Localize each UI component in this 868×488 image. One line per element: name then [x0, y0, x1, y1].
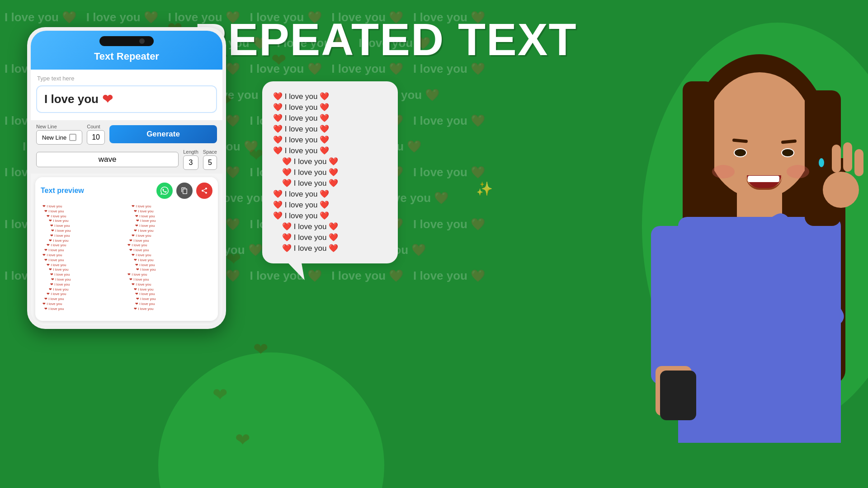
bubble-line-11: ❤️ I love you ❤️ — [273, 200, 387, 210]
wave-text-line: ❤ I love you — [42, 267, 126, 272]
wave-input[interactable]: wave — [36, 152, 179, 167]
action-icons — [156, 183, 212, 199]
newline-control: New Line New Line — [36, 124, 82, 145]
length-input[interactable]: 3 — [183, 155, 198, 170]
bubble-line-10: ❤️ I love you ❤️ — [273, 189, 387, 199]
phone-header: Text Repeater — [31, 31, 222, 70]
wave-text-line: ❤ I love you — [42, 224, 126, 229]
count-control: Count 10 — [87, 124, 105, 145]
bubble-line-7: ❤️ I love you ❤️ — [273, 157, 387, 166]
page-title: Repeated Text — [194, 14, 868, 66]
text-input-display[interactable]: I love you ❤ — [36, 85, 217, 113]
wave-text-line: ❤ I love you — [127, 219, 211, 224]
whatsapp-button[interactable] — [156, 183, 173, 199]
generate-button[interactable]: Generate — [109, 125, 217, 143]
input-label: Type text here — [36, 73, 217, 84]
wave-text-line: ❤ I love you — [42, 219, 126, 224]
wave-text-line: ❤ I love you — [42, 277, 126, 282]
wave-text-line: ❤ I love you — [127, 287, 211, 292]
newline-checkbox[interactable] — [69, 134, 76, 141]
wave-text-line: ❤ I love you — [42, 229, 126, 234]
bubble-line-12: ❤️ I love you ❤️ — [273, 211, 387, 221]
bubble-line-5: ❤️ I love you ❤️ — [273, 135, 387, 145]
wave-text-line: ❤ I love you — [127, 253, 211, 258]
wave-text-line: ❤ I love you — [127, 267, 211, 272]
wave-text-line: ❤ I love you — [42, 258, 126, 263]
wave-text-line: ❤ I love you — [42, 263, 126, 268]
wave-text-line: ❤ I love you — [42, 243, 126, 248]
input-area: Type text here I love you ❤ — [31, 70, 222, 120]
app-title: Text Repeater — [40, 51, 213, 62]
wave-text-pattern: ❤ I love you ❤ I love you ❤ I love you ❤… — [41, 202, 212, 315]
controls-panel: New Line New Line Count 10 Generate wave — [31, 120, 222, 174]
wave-text-line: ❤ I love you — [42, 239, 126, 244]
wave-text-line: ❤ I love you — [42, 209, 126, 214]
wave-text-line: ❤ I love you — [42, 307, 126, 312]
bubble-line-6: ❤️ I love you ❤️ — [273, 146, 387, 155]
newline-label: New Line — [36, 124, 82, 129]
bubble-line-9: ❤️ I love you ❤️ — [273, 178, 387, 188]
wave-text-line: ❤ I love you — [127, 243, 211, 248]
wave-text-line: ❤ I love you — [42, 292, 126, 297]
woman-image — [561, 45, 868, 488]
wave-text-line: ❤ I love you — [42, 234, 126, 239]
wave-text-line: ❤ I love you — [127, 239, 211, 244]
wave-text-line: ❤ I love you — [127, 272, 211, 277]
sparkle-icon: ✨ — [476, 181, 493, 197]
wave-text-line: ❤ I love you — [42, 297, 126, 302]
input-text: I love you — [44, 92, 99, 106]
wave-text-line: ❤ I love you — [127, 292, 211, 297]
wave-text-line: ❤ I love you — [127, 297, 211, 302]
bubble-line-1: ❤️ I love you ❤️ — [273, 92, 387, 101]
wave-text-line: ❤ I love you — [42, 248, 126, 253]
page-title-section: Repeated Text — [194, 14, 868, 66]
text-preview-section: Text preview — [35, 177, 218, 321]
controls-row-1: New Line New Line Count 10 Generate — [36, 124, 217, 145]
length-control: Length 3 — [183, 149, 198, 170]
wave-text-line: ❤ I love you — [42, 253, 126, 258]
wave-text-line: ❤ I love you — [42, 287, 126, 292]
wave-text-line: ❤ I love you — [127, 277, 211, 282]
bubble-line-3: ❤️ I love you ❤️ — [273, 113, 387, 123]
bubble-line-14: ❤️ I love you ❤️ — [273, 233, 387, 242]
wave-text-line: ❤ I love you — [127, 209, 211, 214]
speech-bubble: ❤️ I love you ❤️ ❤️ I love you ❤️ ❤️ I l… — [262, 81, 398, 263]
wave-text-line: ❤ I love you — [127, 282, 211, 287]
wave-text-line: ❤ I love you — [42, 204, 126, 209]
wave-text-line: ❤ I love you — [127, 214, 211, 219]
space-input[interactable]: 5 — [203, 155, 217, 170]
phone-mockup: Text Repeater Type text here I love you … — [27, 27, 226, 329]
wave-text-line: ❤ I love you — [127, 229, 211, 234]
newline-text: New Line — [42, 134, 66, 141]
wave-text-line: ❤ I love you — [42, 282, 126, 287]
bubble-line-15: ❤️ I love you ❤️ — [273, 244, 387, 253]
phone-notch — [99, 36, 154, 46]
controls-row-2: wave Length 3 Space 5 — [36, 149, 217, 170]
preview-header: Text preview — [41, 183, 212, 199]
copy-button[interactable] — [176, 183, 193, 199]
wave-text-line: ❤ I love you — [127, 204, 211, 209]
wave-text-line: ❤ I love you — [127, 248, 211, 253]
bubble-line-2: ❤️ I love you ❤️ — [273, 103, 387, 112]
wave-text-line: ❤ I love you — [127, 263, 211, 268]
share-button[interactable] — [196, 183, 212, 199]
space-label: Space — [203, 149, 217, 155]
wave-text-line: ❤ I love you — [127, 234, 211, 239]
length-label: Length — [183, 149, 198, 155]
wave-text-line: ❤ I love you — [127, 224, 211, 229]
count-input[interactable]: 10 — [87, 130, 105, 145]
wave-text-line: ❤ I love you — [42, 214, 126, 219]
wave-text-line: ❤ I love you — [127, 302, 211, 307]
wave-text-line: ❤ I love you — [127, 307, 211, 312]
bubble-line-4: ❤️ I love you ❤️ — [273, 124, 387, 134]
wave-text-line: ❤ I love you — [42, 302, 126, 307]
bubble-line-8: ❤️ I love you ❤️ — [273, 168, 387, 177]
space-control: Space 5 — [203, 149, 217, 170]
heart-emoji: ❤ — [102, 92, 113, 107]
preview-label: Text preview — [41, 187, 84, 195]
bubble-line-13: ❤️ I love you ❤️ — [273, 222, 387, 231]
wave-text-line: ❤ I love you — [127, 258, 211, 263]
count-label: Count — [87, 124, 105, 129]
newline-checkbox-wrapper[interactable]: New Line — [36, 130, 82, 145]
wave-text-line: ❤ I love you — [42, 272, 126, 277]
